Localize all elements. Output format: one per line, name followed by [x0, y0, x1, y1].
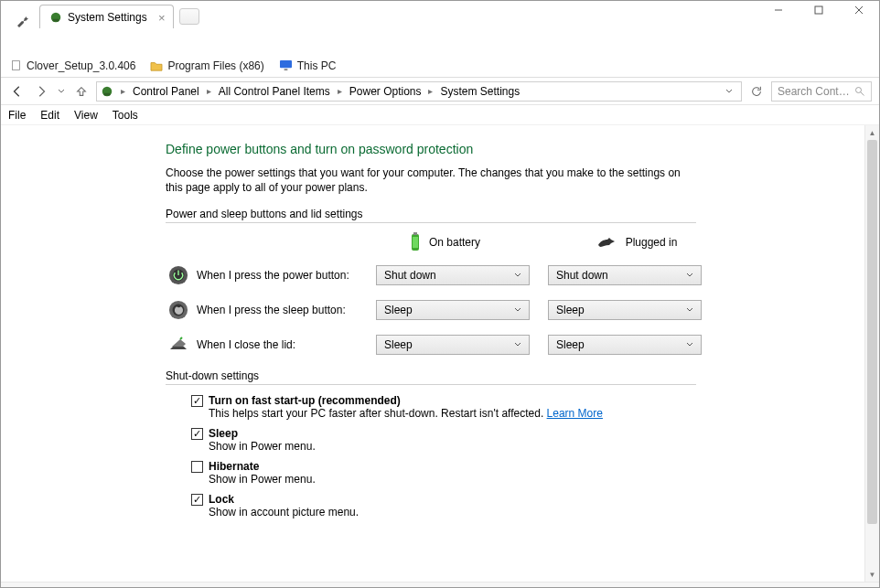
page-title: Define power buttons and turn on passwor… [166, 142, 828, 156]
app-menu-icon[interactable] [8, 14, 36, 28]
checkbox-description: Show in Power menu. [209, 440, 703, 453]
refresh-button[interactable] [747, 82, 766, 101]
minimize-button[interactable] [758, 1, 799, 19]
tab-close-icon[interactable]: × [158, 10, 166, 24]
menu-view[interactable]: View [74, 109, 98, 122]
checkbox-label: Turn on fast start-up (recommended) [209, 394, 401, 407]
chevron-down-icon[interactable] [724, 87, 734, 96]
svg-rect-5 [53, 18, 59, 21]
svg-point-11 [856, 87, 862, 92]
nav-history-dropdown[interactable] [56, 88, 67, 95]
scroll-down-button[interactable]: ▼ [865, 567, 879, 582]
svg-rect-14 [413, 232, 417, 235]
chevron-right-icon[interactable]: ▸ [119, 86, 127, 96]
power-button-battery-select[interactable]: Shut down [376, 265, 530, 285]
section-title: Shut-down settings [166, 369, 696, 385]
tab-system-settings[interactable]: System Settings × [39, 5, 174, 28]
bookmark-label: This PC [297, 59, 337, 72]
breadcrumb[interactable]: System Settings [436, 82, 523, 101]
close-button[interactable] [839, 1, 879, 19]
search-input[interactable]: Search Contr... [771, 81, 872, 102]
search-placeholder: Search Contr... [778, 85, 851, 98]
bookmark-item[interactable]: Program Files (x86) [150, 59, 263, 72]
sleep-button-icon [166, 300, 191, 320]
setting-label: When I press the sleep button: [197, 304, 376, 316]
checkbox-description: This helps start your PC faster after sh… [209, 407, 543, 420]
menu-file[interactable]: File [8, 109, 26, 122]
breadcrumb[interactable]: Control Panel [129, 82, 203, 101]
svg-rect-6 [12, 61, 19, 70]
column-header-plugged: Plugged in [626, 236, 678, 249]
page-description: Choose the power settings that you want … [166, 166, 696, 195]
sleep-button-plugged-select[interactable]: Sleep [548, 300, 702, 320]
setting-label: When I press the power button: [197, 269, 376, 282]
menu-bar: File Edit View Tools [1, 105, 879, 125]
new-tab-button[interactable] [179, 8, 199, 25]
address-bar[interactable]: ▸ Control Panel ▸ All Control Panel Item… [96, 81, 742, 102]
lock-checkbox[interactable]: ✓ [191, 494, 203, 506]
bookmark-bar: Clover_Setup_3.0.406 Program Files (x86)… [1, 54, 879, 78]
menu-edit[interactable]: Edit [40, 109, 59, 122]
svg-line-12 [861, 91, 864, 95]
chevron-right-icon[interactable]: ▸ [336, 86, 344, 96]
nav-back-button[interactable] [8, 82, 27, 101]
power-options-icon [49, 11, 62, 24]
checkbox-description: Show in account picture menu. [209, 506, 703, 519]
checkbox-description: Show in Power menu. [209, 473, 703, 486]
sleep-checkbox[interactable]: ✓ [191, 428, 203, 440]
bookmark-label: Clover_Setup_3.0.406 [27, 59, 135, 72]
fast-startup-checkbox[interactable]: ✓ [191, 395, 203, 407]
nav-up-button[interactable] [72, 82, 91, 101]
bookmark-item[interactable]: This PC [279, 59, 337, 72]
svg-rect-7 [280, 60, 292, 68]
checkbox-label: Sleep [209, 427, 238, 440]
menu-tools[interactable]: Tools [113, 109, 138, 122]
vertical-scrollbar[interactable]: ▲ ▼ [864, 125, 879, 582]
power-button-icon [166, 265, 191, 285]
maximize-button[interactable] [799, 1, 839, 19]
svg-rect-8 [284, 69, 287, 70]
learn-more-link[interactable]: Learn More [547, 407, 603, 420]
lid-plugged-select[interactable]: Sleep [548, 335, 702, 355]
breadcrumb[interactable]: Power Options [346, 82, 425, 101]
monitor-icon [279, 59, 293, 71]
section-title: Power and sleep buttons and lid settings [166, 208, 696, 223]
lid-icon [166, 337, 191, 353]
column-header-battery: On battery [429, 236, 480, 249]
lid-battery-select[interactable]: Sleep [376, 335, 530, 355]
hibernate-checkbox[interactable] [191, 461, 203, 473]
scroll-up-button[interactable]: ▲ [865, 125, 879, 140]
plug-icon [596, 236, 618, 249]
checkbox-label: Hibernate [209, 460, 259, 473]
bookmark-item[interactable]: Clover_Setup_3.0.406 [10, 59, 135, 72]
scroll-thumb[interactable] [867, 140, 877, 524]
tab-title: System Settings [68, 11, 147, 24]
search-icon [854, 86, 865, 97]
file-icon [10, 59, 22, 71]
svg-rect-10 [104, 92, 111, 95]
chevron-right-icon[interactable]: ▸ [426, 86, 435, 96]
folder-icon [150, 60, 163, 71]
nav-forward-button[interactable] [32, 82, 50, 101]
chevron-right-icon[interactable]: ▸ [205, 86, 213, 96]
power-options-icon [101, 85, 113, 98]
checkbox-label: Lock [209, 493, 234, 506]
svg-rect-1 [815, 6, 822, 14]
setting-label: When I close the lid: [197, 338, 376, 351]
bookmark-label: Program Files (x86) [167, 59, 263, 72]
breadcrumb[interactable]: All Control Panel Items [215, 82, 334, 101]
svg-rect-15 [413, 237, 418, 248]
battery-icon [409, 232, 422, 252]
power-button-plugged-select[interactable]: Shut down [548, 265, 702, 285]
sleep-button-battery-select[interactable]: Sleep [376, 300, 530, 320]
